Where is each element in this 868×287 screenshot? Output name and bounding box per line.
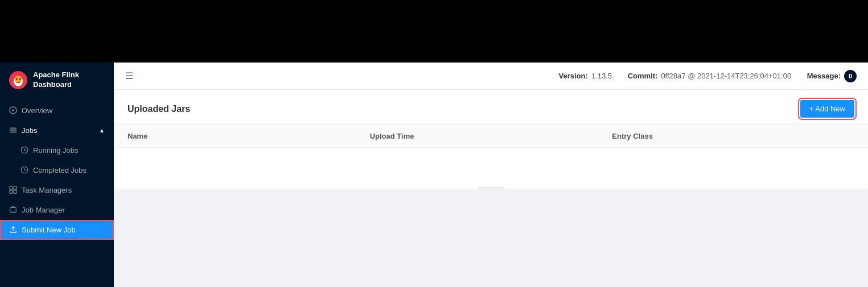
svg-rect-16 — [10, 208, 17, 213]
svg-rect-15 — [14, 190, 17, 193]
top-bar: ☰ Version: 1.13.5 Commit: 0ff28a7 @ 2021… — [114, 63, 868, 90]
sidebar-item-jobs-label: Jobs — [22, 126, 37, 135]
svg-rect-8 — [10, 130, 17, 130]
svg-rect-13 — [14, 186, 17, 189]
main-content: ☰ Version: 1.13.5 Commit: 0ff28a7 @ 2021… — [114, 63, 868, 287]
submit-job-icon — [9, 226, 17, 234]
col-header-name: Name — [127, 132, 370, 140]
overview-icon — [9, 106, 17, 114]
bottom-gray-area — [114, 189, 868, 288]
running-jobs-icon — [20, 146, 28, 154]
sidebar-item-running-jobs[interactable]: Running Jobs — [0, 140, 114, 160]
svg-point-6 — [12, 110, 14, 112]
table-body-empty: No Data — [114, 148, 868, 189]
sidebar-item-task-managers[interactable]: Task Managers — [0, 180, 114, 200]
task-managers-icon — [9, 186, 17, 194]
sidebar-item-submit-new-job-label: Submit New Job — [22, 226, 76, 234]
col-header-entry-class: Entry Class — [612, 132, 854, 140]
sidebar-logo-text: Apache Flink Dashboard — [33, 70, 105, 90]
svg-rect-9 — [10, 132, 17, 132]
commit-label: Commit: — [628, 72, 658, 80]
top-black-bar — [0, 0, 868, 63]
completed-jobs-icon — [20, 166, 28, 174]
sidebar-item-overview-label: Overview — [22, 106, 52, 115]
sidebar-item-completed-jobs-label: Completed Jobs — [33, 166, 87, 174]
job-manager-icon — [9, 206, 17, 214]
message-label: Message: — [807, 72, 841, 80]
svg-point-3 — [16, 78, 18, 80]
sidebar-nav: Overview Jobs ▲ Running Jobs — [0, 98, 114, 287]
message-badge: 0 — [844, 70, 857, 82]
add-new-button[interactable]: + Add New — [800, 100, 854, 118]
sidebar-item-overview[interactable]: Overview — [0, 101, 114, 120]
svg-point-2 — [15, 76, 22, 84]
svg-rect-12 — [10, 186, 13, 189]
col-header-upload-time: Upload Time — [370, 132, 612, 140]
app-body: Apache Flink Dashboard Overview Jobs ▲ — [0, 63, 868, 287]
hamburger-icon[interactable]: ☰ — [125, 70, 133, 81]
sidebar-item-jobs[interactable]: Jobs ▲ — [0, 120, 114, 140]
version-label: Version: — [559, 72, 588, 80]
sidebar-item-running-jobs-label: Running Jobs — [33, 146, 79, 155]
svg-point-4 — [19, 78, 21, 80]
version-value: 1.13.5 — [591, 72, 612, 80]
page-title: Uploaded Jars — [127, 104, 190, 114]
top-bar-info: Version: 1.13.5 Commit: 0ff28a7 @ 2021-1… — [559, 70, 857, 82]
flink-logo-icon — [9, 71, 27, 89]
svg-rect-7 — [10, 128, 17, 128]
sidebar-item-completed-jobs[interactable]: Completed Jobs — [0, 160, 114, 180]
sidebar-item-submit-new-job[interactable]: Submit New Job — [0, 220, 114, 240]
sidebar-item-job-manager-label: Job Manager — [22, 206, 65, 214]
table-header: Name Upload Time Entry Class — [114, 125, 868, 148]
sidebar: Apache Flink Dashboard Overview Jobs ▲ — [0, 63, 114, 287]
sidebar-logo: Apache Flink Dashboard — [0, 63, 114, 98]
commit-value: 0ff28a7 @ 2021-12-14T23:26:04+01:00 — [661, 72, 791, 80]
page-header: Uploaded Jars + Add New — [114, 90, 868, 125]
sidebar-item-task-managers-label: Task Managers — [22, 186, 72, 194]
jobs-icon — [9, 126, 17, 134]
sidebar-item-job-manager[interactable]: Job Manager — [0, 200, 114, 220]
page-area: Uploaded Jars + Add New Name Upload Time… — [114, 90, 868, 189]
jobs-expand-icon: ▲ — [99, 127, 105, 134]
svg-rect-14 — [10, 190, 13, 193]
